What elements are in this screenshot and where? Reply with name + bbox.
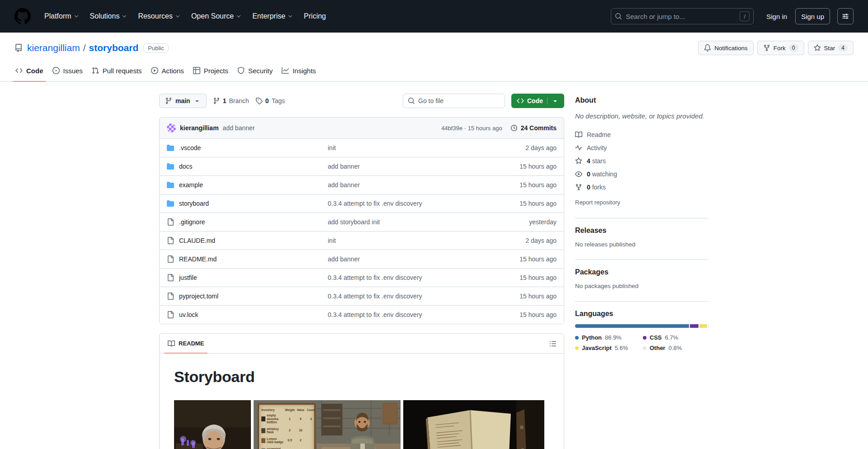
readme-header: README xyxy=(160,334,564,354)
file-row-claude-md[interactable]: CLAUDE.md init 2 days ago xyxy=(160,231,564,250)
commit-message-link[interactable]: 0.3.4 attempt to fix .env discovery xyxy=(328,293,422,300)
go-to-file-box[interactable] xyxy=(403,94,505,108)
commit-message-link[interactable]: init xyxy=(328,237,336,244)
tab-code[interactable]: Code xyxy=(11,60,48,81)
commit-message-link[interactable]: add banner xyxy=(223,124,255,132)
watching-link[interactable]: 0 watching xyxy=(575,167,709,180)
fork-button[interactable]: Fork 0 xyxy=(757,41,804,55)
repo-name-link[interactable]: storyboard xyxy=(89,43,139,53)
tab-pull-requests[interactable]: Pull requests xyxy=(87,60,146,81)
readme-tab[interactable]: README xyxy=(163,334,208,353)
tab-insights[interactable]: Insights xyxy=(277,60,321,81)
repo-owner-link[interactable]: kierangilliam xyxy=(27,43,80,53)
language-css[interactable]: CSS 6.7% xyxy=(643,334,709,341)
file-link[interactable]: docs xyxy=(179,163,193,170)
play-icon xyxy=(151,67,158,74)
about-section: About No description, website, or topics… xyxy=(575,94,709,218)
stars-link[interactable]: 4 stars xyxy=(575,154,709,167)
file-link[interactable]: .vscode xyxy=(179,144,201,151)
tab-security[interactable]: Security xyxy=(233,60,277,81)
file-row-gitignore[interactable]: .gitignore add storyboard init yesterday xyxy=(160,213,564,231)
readme-link[interactable]: Readme xyxy=(575,128,709,141)
readme-outline-button[interactable] xyxy=(546,336,560,351)
repo-title: kierangilliam / storyboard xyxy=(27,43,138,53)
commit-message-link[interactable]: 0.3.4 attempt to fix .env discovery xyxy=(328,274,422,281)
chevron-down-icon xyxy=(288,14,293,19)
nav-resources[interactable]: Resources xyxy=(133,9,184,23)
readme-content: Storyboard xyxy=(160,354,564,449)
github-logo[interactable] xyxy=(14,8,40,24)
nav-open-source[interactable]: Open Source xyxy=(187,9,246,23)
chevron-down-icon xyxy=(122,14,127,19)
file-row-pyproject-toml[interactable]: pyproject.toml 0.3.4 attempt to fix .env… xyxy=(160,287,564,305)
tab-projects[interactable]: Projects xyxy=(189,60,233,81)
branches-link[interactable]: 1Branch xyxy=(213,97,249,104)
barter-row: whiskey flask 2 10 xyxy=(261,427,312,434)
commit-sha-time-link[interactable]: 44bf39e · 15 hours ago xyxy=(441,125,502,132)
file-link[interactable]: .gitignore xyxy=(179,218,205,226)
tags-link[interactable]: 0Tags xyxy=(255,97,285,104)
commit-time: 15 hours ago xyxy=(489,311,557,318)
repo-title-separator: / xyxy=(83,43,86,53)
nav-solutions[interactable]: Solutions xyxy=(85,9,132,23)
file-link[interactable]: uv.lock xyxy=(179,311,198,318)
commit-history-link[interactable]: 24 Commits xyxy=(510,124,557,132)
code-dropdown-button[interactable]: Code xyxy=(511,94,564,108)
file-link[interactable]: justfile xyxy=(179,274,197,281)
nav-pricing[interactable]: Pricing xyxy=(299,9,330,23)
notifications-button[interactable]: Notifications xyxy=(698,41,754,55)
activity-link[interactable]: Activity xyxy=(575,141,709,154)
file-row-readme-md[interactable]: README.md add banner 15 hours ago xyxy=(160,250,564,268)
file-link[interactable]: CLAUDE.md xyxy=(179,237,215,244)
chevron-down-icon xyxy=(236,14,241,19)
commit-message-link[interactable]: add banner xyxy=(328,255,360,263)
commit-time: 15 hours ago xyxy=(489,293,557,300)
appearance-settings-button[interactable] xyxy=(837,8,854,24)
forks-link[interactable]: 0 forks xyxy=(575,180,709,194)
folder-icon xyxy=(167,163,174,170)
sign-up-button[interactable]: Sign up xyxy=(795,8,830,24)
commit-message-link[interactable]: 0.3.4 attempt to fix .env discovery xyxy=(328,200,422,207)
file-row-example[interactable]: example add banner 15 hours ago xyxy=(160,175,564,194)
file-row-vscode[interactable]: .vscode init 2 days ago xyxy=(160,138,564,157)
folder-icon xyxy=(167,144,174,151)
readme-image-character xyxy=(174,400,251,449)
file-link[interactable]: README.md xyxy=(179,255,217,263)
report-repository-link[interactable]: Report repository xyxy=(575,199,620,206)
file-row-docs[interactable]: docs add banner 15 hours ago xyxy=(160,157,564,175)
releases-section: Releases No releases published xyxy=(575,218,709,260)
commit-message-link[interactable]: 0.3.4 attempt to fix .env discovery xyxy=(328,311,422,318)
about-description: No description, website, or topics provi… xyxy=(575,111,709,122)
search-icon xyxy=(408,97,415,104)
tab-actions[interactable]: Actions xyxy=(146,60,189,81)
commit-message-link[interactable]: init xyxy=(328,144,336,151)
go-to-file-input[interactable] xyxy=(418,97,500,104)
latest-commit-bar: kierangilliam add banner 44bf39e · 15 ho… xyxy=(160,118,564,138)
commit-message-link[interactable]: add banner xyxy=(328,163,360,170)
star-button[interactable]: Star 4 xyxy=(808,41,854,55)
file-link[interactable]: storyboard xyxy=(179,200,209,207)
languages-legend: Python 86.9% CSS 6.7% JavaScript 5.6% Ot… xyxy=(575,334,709,351)
language-python[interactable]: Python 86.9% xyxy=(575,334,643,341)
tab-issues[interactable]: Issues xyxy=(48,60,87,81)
nav-enterprise[interactable]: Enterprise xyxy=(248,9,297,23)
global-search[interactable]: / xyxy=(611,8,754,24)
branch-selector-button[interactable]: main xyxy=(159,94,207,108)
file-link[interactable]: pyproject.toml xyxy=(179,293,218,300)
file-row-uv-lock[interactable]: uv.lock 0.3.4 attempt to fix .env discov… xyxy=(160,305,564,324)
sign-in-button[interactable]: Sign in xyxy=(761,10,793,23)
file-row-storyboard[interactable]: storyboard 0.3.4 attempt to fix .env dis… xyxy=(160,194,564,213)
chevron-down-icon xyxy=(74,14,79,19)
search-input[interactable] xyxy=(626,13,736,20)
avatar[interactable] xyxy=(167,123,176,132)
file-link[interactable]: example xyxy=(179,181,203,189)
nav-platform[interactable]: Platform xyxy=(40,9,84,23)
language-other[interactable]: Other 0.8% xyxy=(643,345,709,351)
commit-message-link[interactable]: add storyboard init xyxy=(328,218,380,226)
commit-author-link[interactable]: kierangilliam xyxy=(180,124,219,132)
commit-message-link[interactable]: add banner xyxy=(328,181,360,189)
languages-bar[interactable] xyxy=(575,324,709,328)
search-icon xyxy=(615,13,622,20)
language-javascript[interactable]: JavaScript 5.6% xyxy=(575,345,643,351)
file-row-justfile[interactable]: justfile 0.3.4 attempt to fix .env disco… xyxy=(160,268,564,287)
